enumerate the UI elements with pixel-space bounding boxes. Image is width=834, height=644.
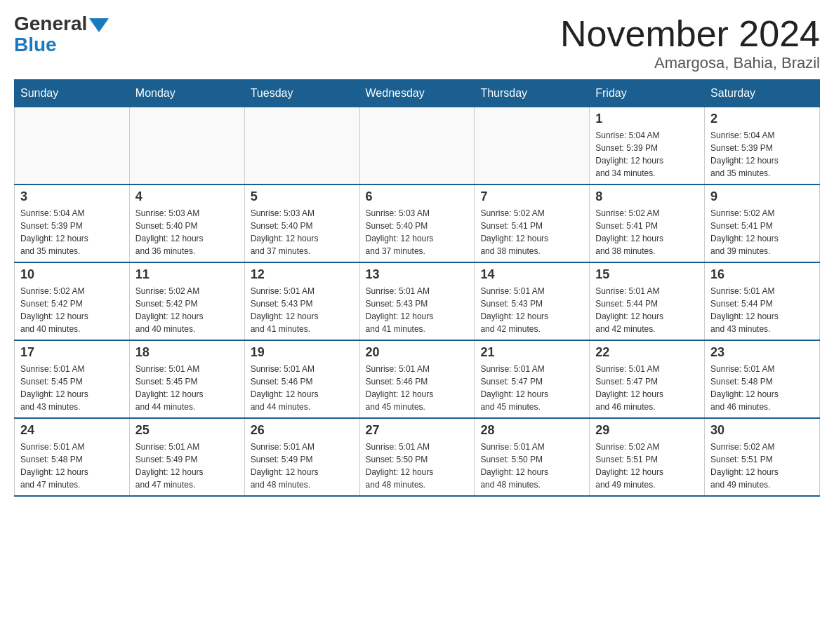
day-info: Sunrise: 5:01 AM Sunset: 5:49 PM Dayligh… (251, 441, 354, 491)
calendar-cell: 12Sunrise: 5:01 AM Sunset: 5:43 PM Dayli… (244, 262, 359, 340)
calendar-cell: 2Sunrise: 5:04 AM Sunset: 5:39 PM Daylig… (705, 107, 820, 185)
day-info: Sunrise: 5:01 AM Sunset: 5:48 PM Dayligh… (20, 441, 124, 491)
calendar-header: SundayMondayTuesdayWednesdayThursdayFrid… (15, 80, 820, 107)
day-info: Sunrise: 5:01 AM Sunset: 5:47 PM Dayligh… (595, 363, 699, 413)
calendar-cell: 14Sunrise: 5:01 AM Sunset: 5:43 PM Dayli… (475, 262, 590, 340)
day-number: 22 (595, 345, 699, 360)
calendar-cell: 21Sunrise: 5:01 AM Sunset: 5:47 PM Dayli… (475, 340, 590, 418)
calendar-cell: 8Sunrise: 5:02 AM Sunset: 5:41 PM Daylig… (590, 185, 705, 262)
day-info: Sunrise: 5:01 AM Sunset: 5:43 PM Dayligh… (366, 285, 469, 335)
day-of-week-header: Monday (129, 80, 244, 107)
day-number: 1 (595, 112, 699, 126)
calendar-cell: 3Sunrise: 5:04 AM Sunset: 5:39 PM Daylig… (15, 185, 130, 262)
calendar-body: 1Sunrise: 5:04 AM Sunset: 5:39 PM Daylig… (15, 107, 820, 497)
calendar-cell: 7Sunrise: 5:02 AM Sunset: 5:41 PM Daylig… (475, 185, 590, 262)
day-of-week-header: Sunday (15, 80, 130, 107)
calendar-cell: 15Sunrise: 5:01 AM Sunset: 5:44 PM Dayli… (590, 262, 705, 340)
calendar-cell (244, 107, 359, 185)
day-of-week-header: Friday (590, 80, 705, 107)
day-number: 15 (595, 267, 699, 282)
day-info: Sunrise: 5:04 AM Sunset: 5:39 PM Dayligh… (20, 207, 124, 257)
day-info: Sunrise: 5:02 AM Sunset: 5:41 PM Dayligh… (710, 207, 814, 257)
day-info: Sunrise: 5:01 AM Sunset: 5:50 PM Dayligh… (366, 441, 469, 491)
day-number: 18 (135, 345, 239, 360)
day-number: 10 (20, 267, 124, 282)
day-number: 9 (710, 189, 814, 204)
day-info: Sunrise: 5:01 AM Sunset: 5:43 PM Dayligh… (480, 285, 583, 335)
day-number: 23 (710, 345, 814, 360)
calendar-cell: 10Sunrise: 5:02 AM Sunset: 5:42 PM Dayli… (15, 262, 130, 340)
calendar-cell: 16Sunrise: 5:01 AM Sunset: 5:44 PM Dayli… (705, 262, 820, 340)
calendar-cell: 5Sunrise: 5:03 AM Sunset: 5:40 PM Daylig… (244, 185, 359, 262)
calendar-cell: 28Sunrise: 5:01 AM Sunset: 5:50 PM Dayli… (475, 418, 590, 496)
day-number: 14 (480, 267, 583, 282)
day-info: Sunrise: 5:02 AM Sunset: 5:42 PM Dayligh… (135, 285, 239, 335)
day-info: Sunrise: 5:01 AM Sunset: 5:50 PM Dayligh… (480, 441, 583, 491)
day-number: 20 (366, 345, 469, 360)
day-info: Sunrise: 5:01 AM Sunset: 5:45 PM Dayligh… (135, 363, 239, 413)
calendar-cell: 9Sunrise: 5:02 AM Sunset: 5:41 PM Daylig… (705, 185, 820, 262)
calendar-cell (129, 107, 244, 185)
day-info: Sunrise: 5:02 AM Sunset: 5:51 PM Dayligh… (595, 441, 699, 491)
calendar-cell: 19Sunrise: 5:01 AM Sunset: 5:46 PM Dayli… (244, 340, 359, 418)
day-number: 21 (480, 345, 583, 360)
day-info: Sunrise: 5:03 AM Sunset: 5:40 PM Dayligh… (135, 207, 239, 257)
calendar-cell: 13Sunrise: 5:01 AM Sunset: 5:43 PM Dayli… (359, 262, 475, 340)
day-info: Sunrise: 5:02 AM Sunset: 5:42 PM Dayligh… (20, 285, 124, 335)
calendar-week-row: 3Sunrise: 5:04 AM Sunset: 5:39 PM Daylig… (15, 185, 820, 262)
day-number: 13 (366, 267, 469, 282)
day-info: Sunrise: 5:01 AM Sunset: 5:46 PM Dayligh… (366, 363, 469, 413)
logo-general-text: General (14, 14, 87, 34)
logo: General Blue (14, 14, 111, 56)
day-info: Sunrise: 5:01 AM Sunset: 5:44 PM Dayligh… (595, 285, 699, 335)
day-number: 24 (20, 423, 124, 438)
day-number: 25 (135, 423, 239, 438)
calendar-week-row: 17Sunrise: 5:01 AM Sunset: 5:45 PM Dayli… (15, 340, 820, 418)
calendar-cell: 22Sunrise: 5:01 AM Sunset: 5:47 PM Dayli… (590, 340, 705, 418)
calendar-cell: 24Sunrise: 5:01 AM Sunset: 5:48 PM Dayli… (15, 418, 130, 496)
day-of-week-header: Wednesday (359, 80, 475, 107)
header: General Blue November 2024 Amargosa, Bah… (14, 14, 820, 72)
calendar-cell: 1Sunrise: 5:04 AM Sunset: 5:39 PM Daylig… (590, 107, 705, 185)
calendar-cell: 23Sunrise: 5:01 AM Sunset: 5:48 PM Dayli… (705, 340, 820, 418)
calendar-cell: 6Sunrise: 5:03 AM Sunset: 5:40 PM Daylig… (359, 185, 475, 262)
day-info: Sunrise: 5:03 AM Sunset: 5:40 PM Dayligh… (366, 207, 469, 257)
calendar-cell: 4Sunrise: 5:03 AM Sunset: 5:40 PM Daylig… (129, 185, 244, 262)
calendar-cell (15, 107, 130, 185)
calendar-cell: 27Sunrise: 5:01 AM Sunset: 5:50 PM Dayli… (359, 418, 475, 496)
calendar-cell: 18Sunrise: 5:01 AM Sunset: 5:45 PM Dayli… (129, 340, 244, 418)
day-info: Sunrise: 5:02 AM Sunset: 5:41 PM Dayligh… (480, 207, 583, 257)
logo-triangle-icon (89, 18, 109, 32)
calendar-cell: 17Sunrise: 5:01 AM Sunset: 5:45 PM Dayli… (15, 340, 130, 418)
calendar-week-row: 1Sunrise: 5:04 AM Sunset: 5:39 PM Daylig… (15, 107, 820, 185)
day-number: 5 (251, 189, 354, 204)
day-of-week-header: Saturday (705, 80, 820, 107)
day-info: Sunrise: 5:01 AM Sunset: 5:48 PM Dayligh… (710, 363, 814, 413)
day-number: 8 (595, 189, 699, 204)
calendar-cell: 26Sunrise: 5:01 AM Sunset: 5:49 PM Dayli… (244, 418, 359, 496)
title-area: November 2024 Amargosa, Bahia, Brazil (560, 14, 820, 72)
day-number: 26 (251, 423, 354, 438)
day-info: Sunrise: 5:01 AM Sunset: 5:44 PM Dayligh… (710, 285, 814, 335)
day-info: Sunrise: 5:01 AM Sunset: 5:43 PM Dayligh… (251, 285, 354, 335)
day-number: 4 (135, 189, 239, 204)
day-number: 12 (251, 267, 354, 282)
calendar-week-row: 24Sunrise: 5:01 AM Sunset: 5:48 PM Dayli… (15, 418, 820, 496)
day-number: 27 (366, 423, 469, 438)
day-info: Sunrise: 5:01 AM Sunset: 5:47 PM Dayligh… (480, 363, 583, 413)
day-number: 2 (710, 112, 814, 126)
subtitle: Amargosa, Bahia, Brazil (560, 54, 820, 72)
day-number: 16 (710, 267, 814, 282)
calendar: SundayMondayTuesdayWednesdayThursdayFrid… (14, 79, 820, 497)
day-number: 29 (595, 423, 699, 438)
calendar-cell: 29Sunrise: 5:02 AM Sunset: 5:51 PM Dayli… (590, 418, 705, 496)
calendar-cell (359, 107, 475, 185)
calendar-cell: 30Sunrise: 5:02 AM Sunset: 5:51 PM Dayli… (705, 418, 820, 496)
day-info: Sunrise: 5:01 AM Sunset: 5:45 PM Dayligh… (20, 363, 124, 413)
day-info: Sunrise: 5:01 AM Sunset: 5:49 PM Dayligh… (135, 441, 239, 491)
day-info: Sunrise: 5:01 AM Sunset: 5:46 PM Dayligh… (251, 363, 354, 413)
calendar-cell (475, 107, 590, 185)
day-info: Sunrise: 5:02 AM Sunset: 5:51 PM Dayligh… (710, 441, 814, 491)
day-number: 30 (710, 423, 814, 438)
day-number: 19 (251, 345, 354, 360)
